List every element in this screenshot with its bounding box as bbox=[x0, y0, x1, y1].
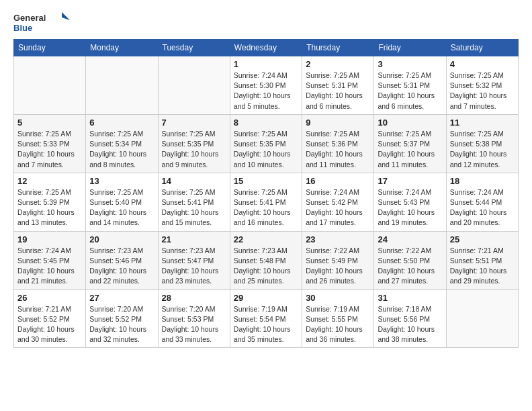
day-number: 21 bbox=[162, 234, 226, 244]
day-info: Sunrise: 7:23 AMSunset: 5:46 PMDaylight:… bbox=[89, 246, 154, 287]
day-number: 20 bbox=[89, 234, 154, 244]
svg-text:Blue: Blue bbox=[13, 23, 32, 33]
calendar-day-cell: 11Sunrise: 7:25 AMSunset: 5:38 PMDayligh… bbox=[446, 114, 518, 173]
day-number: 10 bbox=[378, 118, 442, 128]
calendar-week-row: 1Sunrise: 7:24 AMSunset: 5:30 PMDaylight… bbox=[14, 56, 519, 115]
day-number: 23 bbox=[306, 234, 370, 244]
calendar-day-cell: 7Sunrise: 7:25 AMSunset: 5:35 PMDaylight… bbox=[158, 114, 230, 173]
day-number: 3 bbox=[378, 59, 442, 69]
weekday-header-thursday: Thursday bbox=[302, 40, 374, 56]
day-number: 15 bbox=[234, 176, 298, 186]
day-number: 17 bbox=[378, 176, 442, 186]
calendar-week-row: 12Sunrise: 7:25 AMSunset: 5:39 PMDayligh… bbox=[14, 173, 519, 231]
calendar-day-cell bbox=[86, 56, 158, 115]
calendar-day-cell: 24Sunrise: 7:22 AMSunset: 5:50 PMDayligh… bbox=[374, 231, 446, 289]
day-info: Sunrise: 7:25 AMSunset: 5:31 PMDaylight:… bbox=[306, 71, 370, 111]
day-info: Sunrise: 7:24 AMSunset: 5:44 PMDaylight:… bbox=[450, 187, 515, 228]
day-number: 24 bbox=[378, 234, 442, 244]
calendar-day-cell: 2Sunrise: 7:25 AMSunset: 5:31 PMDaylight… bbox=[302, 56, 374, 115]
weekday-header-saturday: Saturday bbox=[446, 40, 518, 56]
calendar-day-cell: 25Sunrise: 7:21 AMSunset: 5:51 PMDayligh… bbox=[446, 231, 518, 289]
calendar-day-cell: 3Sunrise: 7:25 AMSunset: 5:31 PMDaylight… bbox=[374, 56, 446, 115]
calendar-day-cell: 21Sunrise: 7:23 AMSunset: 5:47 PMDayligh… bbox=[158, 231, 230, 289]
day-info: Sunrise: 7:25 AMSunset: 5:37 PMDaylight:… bbox=[378, 129, 442, 170]
calendar-day-cell: 26Sunrise: 7:21 AMSunset: 5:52 PMDayligh… bbox=[14, 289, 86, 348]
day-info: Sunrise: 7:20 AMSunset: 5:53 PMDaylight:… bbox=[162, 304, 226, 345]
day-info: Sunrise: 7:23 AMSunset: 5:47 PMDaylight:… bbox=[162, 246, 226, 287]
calendar-day-cell: 30Sunrise: 7:19 AMSunset: 5:55 PMDayligh… bbox=[302, 289, 374, 348]
day-number: 19 bbox=[17, 234, 82, 244]
calendar-day-cell: 20Sunrise: 7:23 AMSunset: 5:46 PMDayligh… bbox=[86, 231, 158, 289]
calendar-day-cell: 28Sunrise: 7:20 AMSunset: 5:53 PMDayligh… bbox=[158, 289, 230, 348]
calendar-day-cell bbox=[14, 56, 86, 115]
day-number: 12 bbox=[17, 176, 82, 186]
day-info: Sunrise: 7:25 AMSunset: 5:31 PMDaylight:… bbox=[378, 71, 442, 111]
calendar-day-cell bbox=[446, 289, 518, 348]
calendar-day-cell bbox=[158, 56, 230, 115]
calendar-day-cell: 19Sunrise: 7:24 AMSunset: 5:45 PMDayligh… bbox=[14, 231, 86, 289]
day-number: 18 bbox=[450, 176, 515, 186]
day-number: 5 bbox=[17, 118, 82, 128]
logo: General Blue bbox=[13, 11, 74, 35]
day-info: Sunrise: 7:25 AMSunset: 5:41 PMDaylight:… bbox=[162, 187, 226, 228]
svg-text:General: General bbox=[13, 13, 46, 23]
day-info: Sunrise: 7:25 AMSunset: 5:35 PMDaylight:… bbox=[234, 129, 298, 170]
calendar-day-cell: 6Sunrise: 7:25 AMSunset: 5:34 PMDaylight… bbox=[86, 114, 158, 173]
day-number: 11 bbox=[450, 118, 515, 128]
weekday-header-tuesday: Tuesday bbox=[158, 40, 230, 56]
weekday-header-friday: Friday bbox=[374, 40, 446, 56]
day-info: Sunrise: 7:24 AMSunset: 5:45 PMDaylight:… bbox=[17, 246, 82, 287]
day-info: Sunrise: 7:25 AMSunset: 5:36 PMDaylight:… bbox=[306, 129, 370, 170]
day-info: Sunrise: 7:20 AMSunset: 5:52 PMDaylight:… bbox=[89, 304, 154, 345]
day-number: 4 bbox=[450, 59, 515, 69]
day-number: 7 bbox=[162, 118, 226, 128]
weekday-header-sunday: Sunday bbox=[14, 40, 86, 56]
calendar-day-cell: 22Sunrise: 7:23 AMSunset: 5:48 PMDayligh… bbox=[230, 231, 302, 289]
calendar-day-cell: 16Sunrise: 7:24 AMSunset: 5:42 PMDayligh… bbox=[302, 173, 374, 231]
weekday-header-row: SundayMondayTuesdayWednesdayThursdayFrid… bbox=[14, 40, 519, 56]
day-number: 27 bbox=[89, 293, 154, 303]
day-number: 13 bbox=[89, 176, 154, 186]
day-info: Sunrise: 7:24 AMSunset: 5:43 PMDaylight:… bbox=[378, 187, 442, 228]
calendar-day-cell: 8Sunrise: 7:25 AMSunset: 5:35 PMDaylight… bbox=[230, 114, 302, 173]
day-info: Sunrise: 7:25 AMSunset: 5:41 PMDaylight:… bbox=[234, 187, 298, 228]
day-info: Sunrise: 7:22 AMSunset: 5:50 PMDaylight:… bbox=[378, 246, 442, 287]
day-number: 29 bbox=[234, 293, 298, 303]
calendar-day-cell: 10Sunrise: 7:25 AMSunset: 5:37 PMDayligh… bbox=[374, 114, 446, 173]
calendar-day-cell: 4Sunrise: 7:25 AMSunset: 5:32 PMDaylight… bbox=[446, 56, 518, 115]
day-number: 9 bbox=[306, 118, 370, 128]
weekday-header-wednesday: Wednesday bbox=[230, 40, 302, 56]
day-number: 25 bbox=[450, 234, 515, 244]
day-info: Sunrise: 7:24 AMSunset: 5:30 PMDaylight:… bbox=[234, 71, 298, 111]
day-info: Sunrise: 7:22 AMSunset: 5:49 PMDaylight:… bbox=[306, 246, 370, 287]
day-number: 22 bbox=[234, 234, 298, 244]
day-info: Sunrise: 7:25 AMSunset: 5:38 PMDaylight:… bbox=[450, 129, 515, 170]
day-info: Sunrise: 7:25 AMSunset: 5:35 PMDaylight:… bbox=[162, 129, 226, 170]
calendar-day-cell: 27Sunrise: 7:20 AMSunset: 5:52 PMDayligh… bbox=[86, 289, 158, 348]
calendar-week-row: 26Sunrise: 7:21 AMSunset: 5:52 PMDayligh… bbox=[14, 289, 519, 348]
day-info: Sunrise: 7:21 AMSunset: 5:51 PMDaylight:… bbox=[450, 246, 515, 287]
svg-marker-2 bbox=[62, 12, 70, 20]
calendar-day-cell: 13Sunrise: 7:25 AMSunset: 5:40 PMDayligh… bbox=[86, 173, 158, 231]
calendar-day-cell: 17Sunrise: 7:24 AMSunset: 5:43 PMDayligh… bbox=[374, 173, 446, 231]
page-container: General Blue SundayMondayTuesdayWednesda… bbox=[0, 0, 532, 355]
day-info: Sunrise: 7:25 AMSunset: 5:32 PMDaylight:… bbox=[450, 71, 515, 111]
day-number: 14 bbox=[162, 176, 226, 186]
day-number: 30 bbox=[306, 293, 370, 303]
calendar-day-cell: 1Sunrise: 7:24 AMSunset: 5:30 PMDaylight… bbox=[230, 56, 302, 115]
day-info: Sunrise: 7:19 AMSunset: 5:54 PMDaylight:… bbox=[234, 304, 298, 345]
calendar-week-row: 5Sunrise: 7:25 AMSunset: 5:33 PMDaylight… bbox=[14, 114, 519, 173]
day-info: Sunrise: 7:24 AMSunset: 5:42 PMDaylight:… bbox=[306, 187, 370, 228]
day-info: Sunrise: 7:25 AMSunset: 5:34 PMDaylight:… bbox=[89, 129, 154, 170]
calendar-day-cell: 29Sunrise: 7:19 AMSunset: 5:54 PMDayligh… bbox=[230, 289, 302, 348]
calendar-day-cell: 12Sunrise: 7:25 AMSunset: 5:39 PMDayligh… bbox=[14, 173, 86, 231]
calendar-day-cell: 18Sunrise: 7:24 AMSunset: 5:44 PMDayligh… bbox=[446, 173, 518, 231]
weekday-header-monday: Monday bbox=[86, 40, 158, 56]
calendar-day-cell: 15Sunrise: 7:25 AMSunset: 5:41 PMDayligh… bbox=[230, 173, 302, 231]
calendar-table: SundayMondayTuesdayWednesdayThursdayFrid… bbox=[13, 39, 519, 348]
header: General Blue bbox=[13, 11, 519, 35]
day-number: 26 bbox=[17, 293, 82, 303]
day-info: Sunrise: 7:21 AMSunset: 5:52 PMDaylight:… bbox=[17, 304, 82, 345]
day-number: 31 bbox=[378, 293, 442, 303]
day-number: 16 bbox=[306, 176, 370, 186]
